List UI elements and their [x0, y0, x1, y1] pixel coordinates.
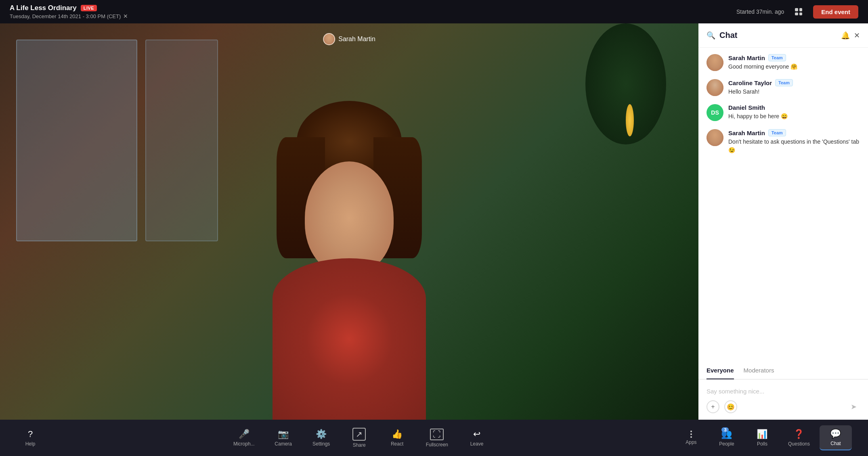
main-area: Sarah Martin 🔍 Chat 🔔 ✕ Sarah Martin T [0, 23, 868, 420]
apps-icon-wrap [690, 431, 692, 438]
chat-messages: Sarah Martin Team Good morning everyone … [698, 48, 868, 362]
questions-button[interactable]: ❓ Questions [782, 426, 816, 450]
add-attachment-button[interactable]: + [707, 400, 719, 413]
end-event-button[interactable]: End event [813, 5, 858, 19]
started-text: Started 37min. ago [736, 8, 784, 15]
chat-input-area: + 😊 ➤ [698, 379, 868, 420]
speaker-avatar [323, 33, 335, 45]
share-button[interactable]: ↗ Share [345, 425, 373, 451]
people-button[interactable]: 👥 3 People [711, 426, 743, 450]
react-label: React [391, 441, 403, 447]
chat-tab-moderators[interactable]: Moderators [744, 362, 774, 379]
leave-label: Leave [470, 441, 484, 447]
speaker-name: Sarah Martin [338, 36, 375, 43]
chat-message-1: Sarah Martin Team Good morning everyone … [707, 54, 860, 71]
fullscreen-button[interactable]: ⛶ Fullscreen [421, 425, 453, 451]
polls-button[interactable]: 📊 Polls [746, 426, 778, 450]
shuffle-icon[interactable]: ✕ [123, 13, 128, 19]
polls-icon: 📊 [757, 429, 767, 439]
chat-icon: 💬 [830, 429, 841, 439]
chat-msg-name-4: Sarah Martin [728, 130, 765, 136]
bg-window-left [16, 40, 137, 241]
help-label: Help [25, 441, 36, 447]
chat-msg-text-3: Hi, happy to be here 😄 [728, 112, 860, 121]
chat-msg-name-1: Sarah Martin [728, 54, 765, 61]
bg-window-right [145, 40, 218, 241]
help-button[interactable]: ? Help [16, 426, 44, 450]
event-title: A Life Less Ordinary [10, 4, 77, 12]
apps-dot-3 [690, 436, 692, 438]
fullscreen-icon: ⛶ [430, 429, 444, 440]
react-icon: 👍 [392, 429, 403, 439]
chat-tabs: Everyone Moderators [698, 362, 868, 379]
bottom-bar: ? Help 🎤 Microph... 📷 Camera ⚙️ Settings… [0, 420, 868, 456]
chat-msg-content-2: Caroline Taylor Team Hello Sarah! [728, 79, 860, 96]
microphone-button[interactable]: 🎤 Microph... [229, 426, 260, 450]
chat-msg-text-4: Don't hesitate to ask questions in the '… [728, 138, 860, 155]
apps-icon [690, 431, 692, 438]
help-icon: ? [28, 429, 33, 439]
questions-icon: ❓ [793, 429, 804, 439]
avatar-caroline [707, 79, 723, 96]
settings-icon: ⚙️ [316, 429, 327, 439]
people-label: People [719, 441, 734, 447]
questions-icon-wrap: ❓ [793, 429, 804, 439]
team-badge-1: Team [768, 54, 786, 61]
grid-layout-icon[interactable] [791, 4, 806, 19]
leave-button[interactable]: ↩ Leave [463, 426, 491, 450]
chat-message-4: Sarah Martin Team Don't hesitate to ask … [707, 129, 860, 155]
team-badge-2: Team [775, 79, 793, 86]
avatar-sarah-1 [707, 54, 723, 71]
speaker-video-body [264, 117, 434, 420]
event-date: Tuesday, December 14th 2021 - 3:00 PM (C… [10, 13, 128, 19]
chat-msg-header-1: Sarah Martin Team [728, 54, 860, 61]
share-label: Share [353, 442, 366, 448]
chat-msg-header-4: Sarah Martin Team [728, 129, 860, 136]
grid-dots [795, 8, 802, 15]
grid-dot-4 [799, 13, 803, 16]
top-bar: A Life Less Ordinary LIVE Tuesday, Decem… [0, 0, 868, 23]
share-icon: ↗ [352, 428, 366, 441]
emoji-button[interactable]: 😊 [724, 400, 737, 413]
bottom-bar-center: 🎤 Microph... 📷 Camera ⚙️ Settings ↗ Shar… [229, 425, 491, 451]
chat-message-3: DS Daniel Smith Hi, happy to be here 😄 [707, 104, 860, 121]
avatar-sarah-2 [707, 129, 723, 146]
camera-label: Camera [275, 441, 292, 447]
apps-dot-2 [690, 433, 692, 435]
microphone-icon: 🎤 [239, 429, 249, 439]
chat-close-icon[interactable]: ✕ [854, 31, 860, 40]
chat-panel: 🔍 Chat 🔔 ✕ Sarah Martin Team Good mornin… [698, 23, 868, 420]
camera-icon: 📷 [278, 429, 289, 439]
send-message-button[interactable]: ➤ [847, 400, 860, 413]
event-date-text: Tuesday, December 14th 2021 - 3:00 PM (C… [10, 13, 121, 19]
bg-light [626, 104, 634, 136]
chat-label: Chat [830, 441, 841, 446]
chat-msg-header-2: Caroline Taylor Team [728, 79, 860, 86]
apps-button[interactable]: Apps [675, 427, 707, 448]
chat-msg-name-3: Daniel Smith [728, 104, 765, 111]
settings-button[interactable]: ⚙️ Settings [307, 426, 335, 450]
grid-dot-2 [799, 8, 803, 11]
chat-tab-everyone[interactable]: Everyone [707, 362, 734, 379]
chat-header: 🔍 Chat 🔔 ✕ [698, 23, 868, 48]
speaker-face [305, 161, 394, 274]
react-button[interactable]: 👍 React [383, 426, 411, 450]
top-bar-right: Started 37min. ago End event [736, 4, 858, 19]
chat-msg-content-1: Sarah Martin Team Good morning everyone … [728, 54, 860, 71]
chat-input-field[interactable] [707, 386, 860, 396]
camera-button[interactable]: 📷 Camera [269, 426, 298, 450]
questions-label: Questions [788, 441, 810, 447]
chat-search-icon: 🔍 [707, 31, 715, 40]
fullscreen-label: Fullscreen [426, 442, 448, 448]
chat-button[interactable]: 💬 Chat [820, 425, 852, 450]
grid-dot-3 [795, 13, 798, 16]
chat-icon-wrap: 💬 [830, 429, 841, 439]
live-badge: LIVE [81, 5, 97, 11]
apps-dot-1 [690, 431, 692, 432]
event-title-row: A Life Less Ordinary LIVE [10, 4, 128, 12]
chat-input-toolbar: + 😊 ➤ [707, 400, 860, 413]
microphone-label: Microph... [233, 441, 255, 447]
video-background: Sarah Martin [0, 23, 698, 420]
chat-bell-icon[interactable]: 🔔 [841, 31, 850, 40]
chat-msg-content-4: Sarah Martin Team Don't hesitate to ask … [728, 129, 860, 155]
